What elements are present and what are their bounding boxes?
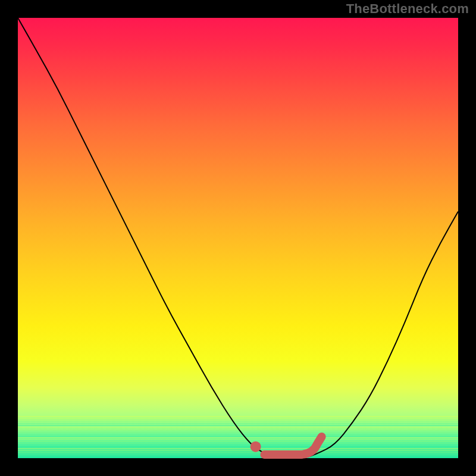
watermark-text: TheBottleneck.com — [346, 1, 469, 17]
chart-frame: TheBottleneck.com — [0, 0, 476, 476]
plot-area — [18, 18, 458, 458]
bottom-stripes — [18, 416, 458, 458]
